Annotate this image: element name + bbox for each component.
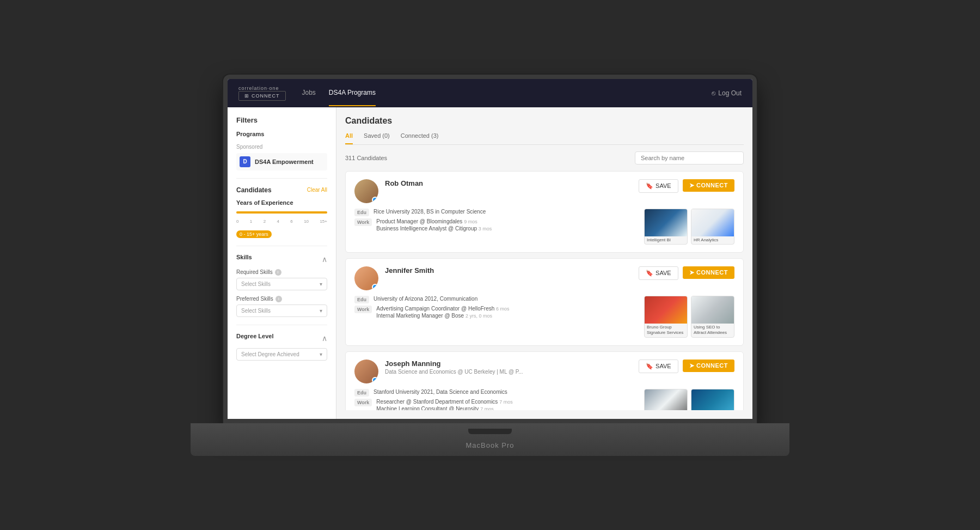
- header: correlation·one ⊞ CONNECT Jobs DS4A Prog…: [228, 79, 752, 107]
- grid-icon: ⊞: [244, 93, 249, 99]
- main-content: Candidates All Saved (0) Connected (3) 3…: [336, 107, 752, 419]
- logo-connect-button[interactable]: ⊞ CONNECT: [238, 91, 286, 101]
- edu-row: Edu University of Arizona 2012, Communic…: [354, 296, 640, 303]
- connect-button[interactable]: ➤ CONNECT: [683, 360, 734, 372]
- avatar: [354, 266, 378, 290]
- candidate-text: Rob Otman: [385, 179, 423, 203]
- edu-tag: Edu: [354, 296, 369, 303]
- send-icon: ➤: [689, 269, 695, 276]
- tab-all[interactable]: All: [345, 132, 353, 144]
- clear-all-button[interactable]: Clear All: [307, 187, 327, 193]
- portfolio-thumb: [645, 389, 687, 410]
- chevron-down-icon-3: ▾: [320, 351, 322, 357]
- program-name: DS4A Empowerment: [255, 159, 314, 165]
- skills-title: Skills: [236, 254, 252, 260]
- detail-rows: Edu University of Arizona 2012, Communic…: [354, 296, 640, 338]
- candidate-card: Jennifer Smith 🔖 SAVE ➤: [345, 258, 744, 346]
- degree-label: Degree Level: [236, 333, 273, 339]
- tab-saved[interactable]: Saved (0): [364, 132, 390, 144]
- preferred-skills-select[interactable]: Select Skills ▾: [236, 304, 327, 317]
- connect-button[interactable]: ➤ CONNECT: [683, 266, 734, 279]
- program-icon: D: [240, 156, 250, 167]
- work-entries: Product Manager @ Bloomingdales 9 mos Bu…: [376, 218, 492, 232]
- slider-labels: 0 1 2 4 6 10 15+: [236, 219, 327, 224]
- chevron-down-icon: ▾: [320, 281, 322, 287]
- candidate-info: Rob Otman: [354, 179, 639, 203]
- work-tag: Work: [354, 218, 372, 226]
- required-skills-label: Required Skills i: [236, 269, 327, 276]
- slider-track[interactable]: [236, 211, 327, 214]
- save-button[interactable]: 🔖 SAVE: [639, 360, 678, 373]
- portfolio-item[interactable]: AI Visualization Project: [644, 389, 688, 410]
- detail-rows: Edu Stanford University 2021, Data Scien…: [354, 389, 640, 410]
- portfolio-thumb: [645, 296, 687, 324]
- skills-toggle[interactable]: ∧: [322, 255, 327, 264]
- logout-icon: ⎋: [712, 89, 715, 97]
- search-input[interactable]: [635, 151, 744, 165]
- portfolio-previews: Intelligent BI HR Analytics: [644, 209, 734, 245]
- slider-fill: [236, 211, 327, 214]
- candidate-details: Edu Rice University 2028, BS in Computer…: [354, 209, 734, 245]
- candidate-text: Joseph Manning Data Science and Economic…: [385, 360, 523, 383]
- years-badge: 0 - 15+ years: [236, 230, 272, 238]
- program-item[interactable]: D DS4A Empowerment: [236, 153, 327, 170]
- save-button[interactable]: 🔖 SAVE: [639, 266, 678, 280]
- sidebar: Filters Programs Sponsored D DS4A Empowe…: [228, 107, 336, 419]
- candidate-name: Jennifer Smith: [385, 266, 434, 275]
- candidate-text: Jennifer Smith: [385, 266, 434, 290]
- candidate-top: Joseph Manning Data Science and Economic…: [354, 360, 734, 383]
- portfolio-item[interactable]: Using SEO to Attract Attendees: [691, 296, 734, 338]
- laptop-label: MacBook Pro: [465, 441, 514, 449]
- work-row: Work Product Manager @ Bloomingdales 9 m…: [354, 218, 640, 232]
- portfolio-label: HR Analytics: [691, 236, 734, 244]
- candidate-actions: 🔖 SAVE ➤ CONNECT: [639, 266, 734, 280]
- portfolio-label: Bruno Group Signature Services: [645, 324, 687, 337]
- candidate-subtitle: Data Science and Economics @ UC Berkeley…: [385, 369, 523, 375]
- degree-header: Degree Level ∧: [236, 333, 327, 344]
- portfolio-label: Intelligent BI: [645, 236, 687, 244]
- portfolio-item[interactable]: Surgery iOS application: [691, 389, 734, 410]
- required-info-icon: i: [275, 269, 281, 276]
- nav-jobs[interactable]: Jobs: [302, 80, 316, 106]
- work-entry-0: Product Manager @ Bloomingdales 9 mos: [376, 218, 492, 224]
- detail-rows: Edu Rice University 2028, BS in Computer…: [354, 209, 640, 245]
- work-entry-0: Researcher @ Stanford Department of Econ…: [376, 399, 512, 405]
- degree-toggle[interactable]: ∧: [322, 334, 327, 343]
- edu-text: Rice University 2028, BS in Computer Sci…: [373, 209, 486, 215]
- work-entry-1: Business Intelligence Analyst @ Citigrou…: [376, 226, 492, 232]
- candidates-bar: 311 Candidates: [345, 151, 744, 165]
- nav-ds4a[interactable]: DS4A Programs: [329, 80, 376, 106]
- candidates-filter-title: Candidates: [236, 186, 272, 194]
- edu-text: University of Arizona 2012, Communicatio…: [373, 296, 477, 302]
- portfolio-item[interactable]: Bruno Group Signature Services: [644, 296, 688, 338]
- divider-2: [236, 246, 327, 246]
- send-icon: ➤: [689, 182, 695, 189]
- tab-connected[interactable]: Connected (3): [401, 132, 439, 144]
- candidate-card: Rob Otman 🔖 SAVE ➤: [345, 171, 744, 253]
- portfolio-item[interactable]: Intelligent BI: [644, 209, 688, 245]
- portfolio-item[interactable]: HR Analytics: [691, 209, 734, 245]
- years-slider: 0 1 2 4 6 10 15+: [236, 211, 327, 224]
- work-entries: Advertising Campaign Coordinator @ Hello…: [376, 306, 509, 319]
- connect-button[interactable]: ➤ CONNECT: [683, 179, 734, 192]
- required-skills-select[interactable]: Select Skills ▾: [236, 278, 327, 290]
- body: Filters Programs Sponsored D DS4A Empowe…: [228, 107, 752, 419]
- main-nav: Jobs DS4A Programs: [302, 80, 712, 106]
- work-tag: Work: [354, 306, 372, 313]
- candidate-actions: 🔖 SAVE ➤ CONNECT: [639, 179, 734, 193]
- save-button[interactable]: 🔖 SAVE: [639, 179, 678, 193]
- edu-row: Edu Stanford University 2021, Data Scien…: [354, 389, 640, 397]
- edu-row: Edu Rice University 2028, BS in Computer…: [354, 209, 640, 216]
- portfolio-label: Using SEO to Attract Attendees: [691, 324, 734, 337]
- logo-text: correlation·one: [238, 86, 286, 91]
- work-entry-1: Internal Marketing Manager @ Bose 2 yrs,…: [376, 313, 509, 319]
- candidate-details: Edu Stanford University 2021, Data Scien…: [354, 389, 734, 410]
- candidates-filter-header: Candidates Clear All: [236, 186, 327, 194]
- page-title: Candidates: [345, 116, 744, 126]
- edu-tag: Edu: [354, 209, 369, 216]
- logout-button[interactable]: ⎋ Log Out: [712, 89, 742, 97]
- preferred-info-icon: i: [275, 296, 282, 302]
- avatar-badge: [372, 197, 378, 203]
- degree-select[interactable]: Select Degree Achieved ▾: [236, 348, 327, 361]
- edu-text: Stanford University 2021, Data Science a…: [373, 389, 507, 395]
